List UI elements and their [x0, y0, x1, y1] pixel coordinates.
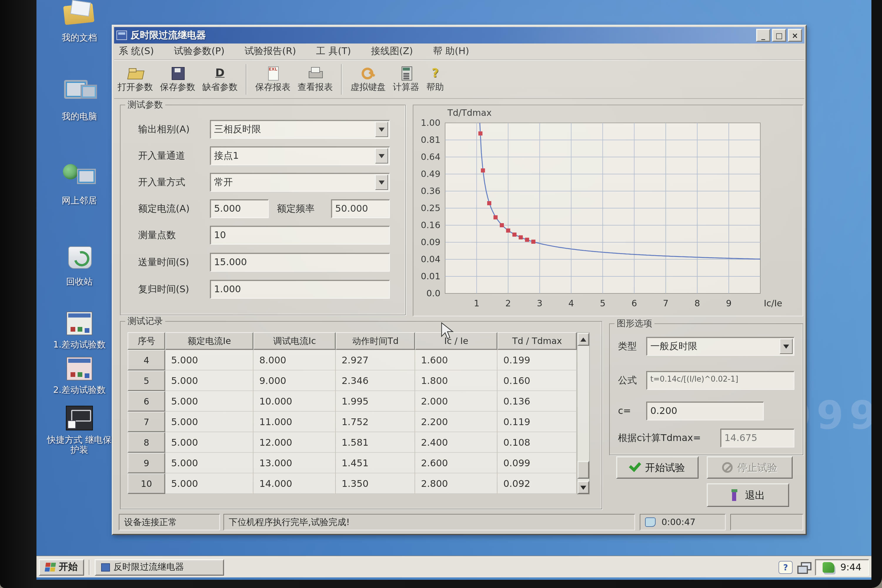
- data-cell: 1.451: [336, 453, 415, 473]
- my-computer-icon: [63, 79, 96, 107]
- taskbar-task-relay-app[interactable]: 反时限过流继电器: [94, 559, 224, 575]
- tray-device-icon[interactable]: [823, 562, 834, 572]
- desktop-icon-shortcut-relay-protect[interactable]: 快捷方式 继电保护装: [45, 406, 114, 455]
- chevron-down-icon[interactable]: [375, 148, 388, 164]
- output-phase-select[interactable]: 三相反时限: [210, 120, 390, 139]
- exit-button[interactable]: 退出: [707, 483, 789, 507]
- toolbar-button-open-params[interactable]: 打开参数: [114, 62, 156, 97]
- app-window: 反时限过流继电器 _ □ × 系 统(S)试验参数(P)试验报告(R)工 具(T…: [112, 25, 807, 535]
- rated-current-input[interactable]: 5.000: [210, 200, 269, 218]
- table-row[interactable]: 75.00011.0001.7522.2000.119: [128, 412, 577, 432]
- toolbar-label: 虚拟键盘: [351, 81, 386, 93]
- column-header-5[interactable]: Td / Tdmax: [498, 332, 577, 350]
- tray-display-icon[interactable]: [797, 562, 810, 572]
- table-row[interactable]: 45.0008.0002.9271.6000.199: [128, 350, 577, 370]
- desktop-icon-recycle-bin[interactable]: 回收站: [45, 244, 114, 287]
- menu-item-0[interactable]: 系 统(S): [119, 45, 154, 58]
- maximize-button[interactable]: □: [772, 29, 786, 42]
- desktop-icon-network-places[interactable]: 网上邻居: [45, 163, 114, 206]
- toolbar-button-calculator[interactable]: 计算器: [389, 62, 423, 97]
- chevron-down-icon[interactable]: [375, 122, 388, 137]
- toolbar-button-save-report[interactable]: 保存报表: [252, 62, 294, 97]
- input-channel-select[interactable]: 接点1: [210, 146, 390, 165]
- device-status: 设备连接正常: [119, 514, 220, 530]
- desktop-icon-my-documents[interactable]: 我的文档: [45, 1, 114, 43]
- row-number-cell: 9: [128, 453, 165, 473]
- table-row[interactable]: 105.00014.0001.3502.8000.092: [128, 473, 577, 494]
- toolbar-button-view-report[interactable]: 查看报表: [294, 62, 336, 97]
- table-row[interactable]: 65.00010.0001.9952.0000.136: [128, 391, 577, 412]
- c-label: c=: [618, 405, 631, 416]
- input-mode-select[interactable]: 常开: [210, 173, 390, 192]
- menu-item-2[interactable]: 试验报告(R): [244, 45, 296, 58]
- point-count-input[interactable]: 10: [210, 226, 390, 244]
- row-number-cell: 4: [128, 350, 165, 370]
- records-table: 序号额定电流Ie调试电流Ic动作时间TdIc / IeTd / Tdmax45.…: [128, 332, 577, 494]
- table-row[interactable]: 85.00012.0001.5812.4000.108: [128, 432, 577, 453]
- toolbar-button-help[interactable]: ?帮助: [423, 62, 447, 97]
- close-button[interactable]: ×: [788, 29, 802, 42]
- data-cell: 1.752: [336, 412, 415, 432]
- inject-time-input[interactable]: 15.000: [210, 253, 390, 272]
- rated-frequency-input[interactable]: 50.000: [331, 200, 390, 218]
- scroll-down-button[interactable]: [578, 481, 589, 494]
- minimize-button[interactable]: _: [756, 29, 770, 42]
- desktop: 我的文档我的电脑网上邻居回收站1.差动试验数2.差动试验数快捷方式 继电保护装 …: [36, 0, 872, 580]
- svg-text:0.36: 0.36: [421, 186, 440, 196]
- toolbar-label: 保存报表: [255, 81, 291, 93]
- windows-logo-icon: [45, 562, 57, 572]
- tdmax-field[interactable]: 14.675: [720, 429, 794, 447]
- reset-time-input[interactable]: 1.000: [210, 280, 390, 299]
- menu-item-5[interactable]: 帮 助(H): [433, 45, 469, 58]
- table-row[interactable]: 55.0009.0002.3461.8000.160: [128, 370, 577, 391]
- svg-text:0.25: 0.25: [421, 203, 440, 213]
- svg-text:5: 5: [600, 298, 605, 308]
- start-test-button[interactable]: 开始试验: [616, 456, 699, 478]
- svg-text:0.16: 0.16: [421, 220, 440, 230]
- svg-text:8: 8: [694, 298, 700, 308]
- menu-item-3[interactable]: 工 具(T): [316, 45, 351, 58]
- title-bar[interactable]: 反时限过流继电器 _ □ ×: [114, 27, 804, 44]
- chevron-down-icon[interactable]: [375, 175, 388, 190]
- toolbar-button-save-params[interactable]: 保存参数: [156, 62, 199, 97]
- exit-icon: [731, 489, 740, 501]
- formula-label: 公式: [618, 375, 637, 387]
- output-phase-value: 三相反时限: [214, 123, 261, 135]
- desktop-icon-shortcut-diff-test-2[interactable]: 2.差动试验数: [45, 357, 114, 395]
- help-icon: ?: [428, 66, 443, 80]
- toolbar: 打开参数保存参数D缺省参数保存报表查看报表虚拟键盘计算器?帮助: [114, 60, 804, 99]
- column-header-0[interactable]: 序号: [128, 332, 165, 350]
- column-header-2[interactable]: 调试电流Ic: [254, 332, 336, 350]
- scroll-thumb[interactable]: [578, 461, 589, 478]
- records-scrollbar[interactable]: [577, 332, 590, 495]
- desktop-icon-my-computer[interactable]: 我的电脑: [45, 79, 114, 122]
- column-header-4[interactable]: Ic / Ie: [415, 332, 498, 350]
- data-cell: 8.000: [254, 350, 336, 370]
- start-button[interactable]: 开始: [39, 559, 84, 575]
- stop-test-button: 停止试验: [707, 456, 793, 478]
- tray-help-icon[interactable]: ?: [778, 561, 793, 574]
- save-report-icon: [265, 66, 280, 80]
- data-cell: 5.000: [165, 432, 254, 453]
- data-cell: 1.581: [336, 432, 415, 453]
- svg-text:7: 7: [663, 298, 669, 308]
- c-input[interactable]: 0.200: [646, 402, 764, 420]
- menu-item-4[interactable]: 接线图(Z): [371, 45, 413, 58]
- menu-item-1[interactable]: 试验参数(P): [174, 45, 224, 58]
- column-header-3[interactable]: 动作时间Td: [336, 332, 415, 350]
- column-header-1[interactable]: 额定电流Ie: [165, 332, 254, 350]
- curve-type-select[interactable]: 一般反时限: [646, 337, 794, 356]
- toolbar-button-virtual-keyboard[interactable]: 虚拟键盘: [347, 62, 389, 97]
- data-cell: 2.927: [336, 350, 415, 370]
- chevron-down-icon[interactable]: [780, 339, 793, 354]
- data-cell: 0.099: [498, 453, 577, 473]
- table-row[interactable]: 95.00013.0001.4512.6000.099: [128, 453, 577, 473]
- toolbar-button-default-params[interactable]: D缺省参数: [199, 62, 241, 97]
- inject-time-label: 送量时间(S): [138, 256, 189, 269]
- table-header-row: 序号额定电流Ie调试电流Ic动作时间TdIc / IeTd / Tdmax: [128, 332, 577, 350]
- output-phase-label: 输出相别(A): [138, 123, 190, 136]
- input-channel-value: 接点1: [214, 150, 239, 161]
- formula-field[interactable]: t=0.14c/[(I/Ie)^0.02-1]: [646, 371, 794, 390]
- scroll-up-button[interactable]: [578, 333, 589, 346]
- desktop-icon-shortcut-diff-test-1[interactable]: 1.差动试验数: [45, 312, 114, 350]
